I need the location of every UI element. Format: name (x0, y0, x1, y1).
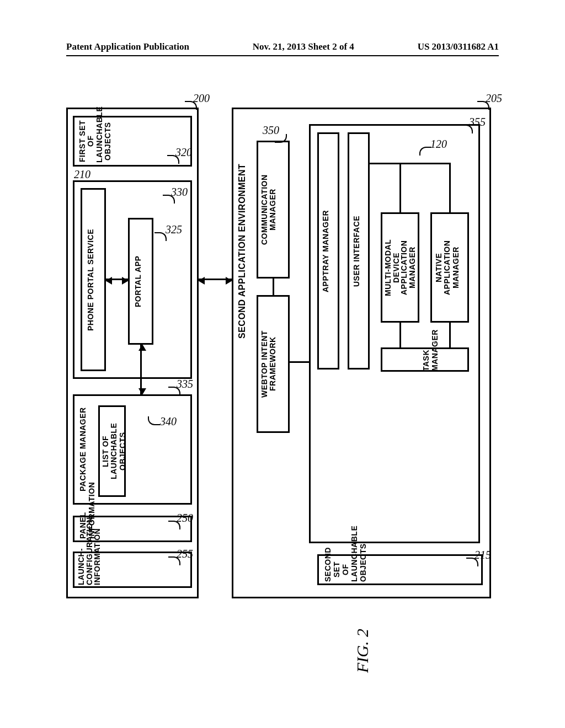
page: Patent Application Publication Nov. 21, … (0, 0, 565, 728)
header-left: Patent Application Publication (66, 41, 189, 52)
header-center: Nov. 21, 2013 Sheet 2 of 4 (253, 41, 354, 52)
package-mgr-label: PACKAGE MANAGER (78, 400, 87, 499)
ref-325: 325 (166, 223, 182, 236)
ref-340: 340 (160, 415, 177, 428)
header-rule (66, 55, 499, 56)
list-launchable-label: LIST OF LAUNCHABLE OBJECTS (102, 410, 122, 493)
header-right: US 2013/0311682 A1 (418, 41, 499, 52)
second-set-label: SECOND SET OF LAUNCHABLE OBJECTS (323, 558, 478, 582)
figure-caption: FIG. 2 (353, 607, 372, 673)
task-mgr-label2: TASK MANAGER (422, 349, 439, 371)
conn-ui-mm (399, 163, 401, 212)
arrow-env-link (199, 279, 232, 280)
conn-webtop-apptray (290, 361, 309, 363)
conn-nat-task (449, 323, 451, 347)
conn-ui-nat-h (370, 163, 450, 164)
conn-mm-task (399, 323, 401, 347)
ref-205: 205 (486, 92, 502, 105)
comm-mgr-label: COMMUNICATION MANAGER (260, 146, 286, 273)
ref-355: 355 (469, 116, 486, 129)
ref-250: 250 (177, 512, 193, 524)
ref-120: 120 (430, 138, 447, 151)
ref-255: 255 (177, 548, 193, 560)
native-app-mgr-label: NATIVE APPLICATION MANAGER (435, 221, 465, 314)
diagram-stage: 200 FIRST SET OF LAUNCHABLE OBJECTS 210 … (66, 85, 499, 648)
launch-cfg-label: LAUNCH-CONFIGURATION INFORMATION (77, 554, 99, 585)
env2-title: SECOND APPLICATION ENVIRONMENT (237, 119, 247, 383)
phone-portal-label: PHONE PORTAL SERVICE (86, 194, 95, 366)
webtop-label: WEBTOP INTENT FRAMEWORK (260, 302, 286, 426)
conn-comm-webtop (273, 279, 274, 295)
portal-app-label: PORTAL APP (134, 229, 142, 334)
ref-210: 210 (74, 168, 90, 181)
ref-215: 215 (475, 549, 491, 561)
arrow-portal (106, 279, 128, 280)
first-set-label: FIRST SET OF LAUNCHABLE OBJECTS (78, 120, 99, 163)
ref-335: 335 (177, 378, 193, 390)
ui-label: USER INTERFACE (352, 152, 361, 350)
apptray-title: APPTRAY MANAGER (321, 141, 330, 361)
lead-120 (419, 147, 431, 156)
page-header: Patent Application Publication Nov. 21, … (66, 41, 499, 52)
ref-320: 320 (175, 146, 192, 159)
ref-200: 200 (193, 92, 210, 105)
ref-330: 330 (171, 186, 188, 199)
mm-app-mgr-label: MULTI-MODAL DEVICE APPLICATION MANAGER (384, 217, 416, 318)
arrow-portal-pkg (140, 345, 142, 394)
conn-ui-native (449, 163, 451, 212)
